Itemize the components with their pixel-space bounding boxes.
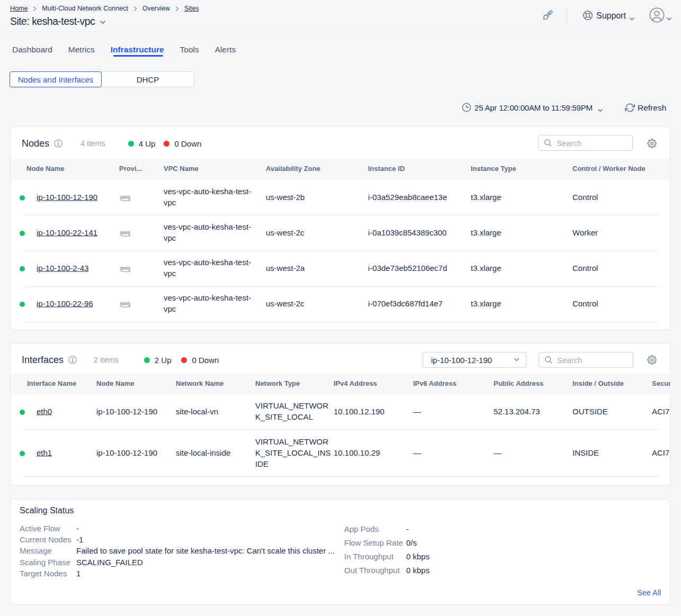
svg-text:aws: aws xyxy=(120,265,131,271)
svg-text:aws: aws xyxy=(120,194,131,200)
svg-text:aws: aws xyxy=(120,300,131,306)
svg-text:aws: aws xyxy=(120,229,131,235)
